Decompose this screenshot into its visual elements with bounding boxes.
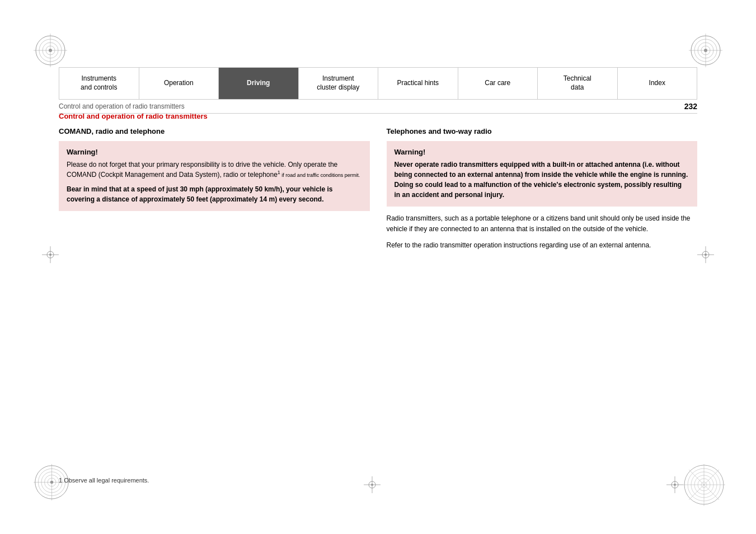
- nav-item-instrument-cluster[interactable]: Instrument cluster display: [299, 68, 379, 99]
- left-warning-bold-content: Bear in mind that at a speed of just 30 …: [67, 185, 332, 203]
- main-content: Control and operation of radio transmitt…: [59, 112, 697, 489]
- nav-item-index[interactable]: Index: [618, 68, 697, 99]
- left-warning-normal-text: Please do not forget that your primary r…: [67, 161, 360, 179]
- footnote-inline-text: if road and traffic conditions permit.: [280, 172, 360, 178]
- two-column-layout: COMAND, radio and telephone Warning! Ple…: [59, 127, 697, 257]
- nav-item-operation-label: Operation: [164, 79, 194, 88]
- nav-item-car-care[interactable]: Car care: [458, 68, 538, 99]
- nav-item-practical-hints-label: Practical hints: [397, 79, 439, 88]
- right-warning-bold-text: Never operate radio transmitters equippe…: [395, 160, 690, 200]
- nav-item-technical-data-label: Technical data: [564, 74, 591, 92]
- section-title: Control and operation of radio transmitt…: [59, 112, 697, 120]
- footnote: 1 Observe all legal requirements.: [59, 477, 149, 484]
- nav-item-index-label: Index: [649, 79, 665, 88]
- nav-item-driving-label: Driving: [247, 79, 270, 88]
- nav-bar: Instruments and controls Operation Drivi…: [59, 67, 697, 100]
- right-warning-box: Warning! Never operate radio transmitter…: [387, 141, 698, 207]
- corner-decoration-tr: [689, 34, 722, 67]
- left-column: COMAND, radio and telephone Warning! Ple…: [59, 127, 370, 257]
- corner-decoration-tl: [34, 34, 67, 67]
- nav-item-instruments[interactable]: Instruments and controls: [59, 68, 139, 99]
- left-warning-bold-text: Bear in mind that at a speed of just 30 …: [67, 184, 362, 204]
- nav-item-operation[interactable]: Operation: [139, 68, 219, 99]
- nav-item-technical-data[interactable]: Technical data: [538, 68, 618, 99]
- nav-item-instrument-cluster-label: Instrument cluster display: [317, 74, 359, 92]
- right-edge-cross: [697, 246, 714, 265]
- left-warning-text: Please do not forget that your primary r…: [67, 160, 362, 180]
- page-number: 232: [684, 102, 697, 111]
- right-warning-title: Warning!: [395, 148, 690, 156]
- right-body-text-1: Radio transmitters, such as a portable t…: [387, 213, 698, 235]
- right-column: Telephones and two-way radio Warning! Ne…: [387, 127, 698, 257]
- left-edge-cross: [42, 246, 59, 265]
- right-body-text-2: Refer to the radio transmitter operation…: [387, 240, 698, 251]
- left-warning-box: Warning! Please do not forget that your …: [59, 141, 370, 211]
- nav-item-instruments-label: Instruments and controls: [81, 74, 117, 92]
- nav-item-driving[interactable]: Driving: [219, 68, 299, 99]
- left-column-title: COMAND, radio and telephone: [59, 127, 370, 135]
- left-warning-title: Warning!: [67, 148, 362, 156]
- right-column-title: Telephones and two-way radio: [387, 127, 698, 135]
- nav-item-car-care-label: Car care: [485, 79, 510, 88]
- nav-item-practical-hints[interactable]: Practical hints: [378, 68, 458, 99]
- right-warning-bold-content: Never operate radio transmitters equippe…: [395, 161, 688, 199]
- breadcrumb: Control and operation of radio transmitt…: [59, 102, 673, 110]
